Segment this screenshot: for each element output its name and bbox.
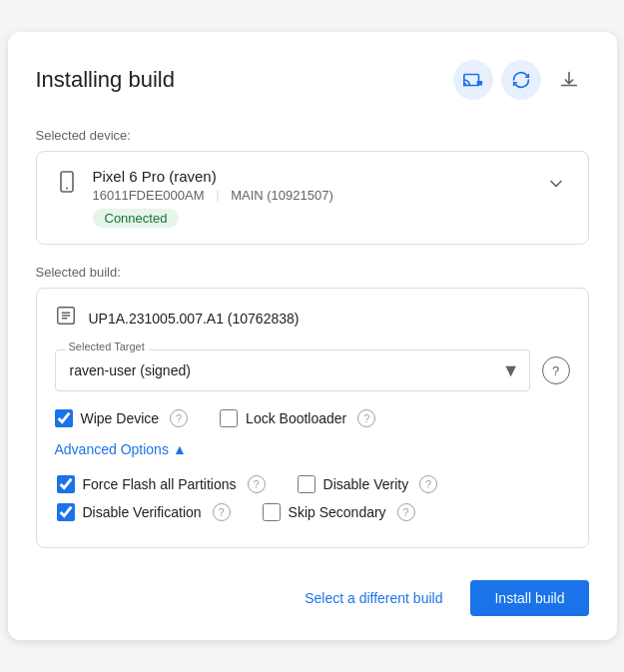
force-flash-item[interactable]: Force Flash all Partitions ? bbox=[57, 475, 266, 493]
skip-secondary-item[interactable]: Skip Secondary ? bbox=[263, 503, 415, 521]
disable-verity-item[interactable]: Disable Verity ? bbox=[298, 475, 438, 493]
disable-verity-help-icon[interactable]: ? bbox=[419, 475, 437, 493]
disable-verification-item[interactable]: Disable Verification ? bbox=[57, 503, 231, 521]
device-section-label: Selected device: bbox=[36, 128, 589, 143]
phone-icon bbox=[55, 170, 79, 200]
svg-point-1 bbox=[462, 84, 464, 86]
force-flash-label: Force Flash all Partitions bbox=[83, 476, 237, 492]
force-flash-help-icon[interactable]: ? bbox=[248, 475, 266, 493]
force-flash-checkbox[interactable] bbox=[57, 475, 75, 493]
advanced-toggle-icon: ▲ bbox=[173, 441, 187, 457]
wipe-device-help-icon[interactable]: ? bbox=[170, 409, 188, 427]
target-select[interactable]: raven-user (signed) raven-userdebug rave… bbox=[55, 349, 530, 391]
cast-icon bbox=[462, 69, 484, 91]
main-card: Installing build bbox=[8, 32, 617, 640]
select-different-build-button[interactable]: Select a different build bbox=[289, 580, 458, 616]
advanced-options-label: Advanced Options bbox=[55, 441, 169, 457]
advanced-options-toggle[interactable]: Advanced Options ▲ bbox=[55, 437, 187, 461]
chevron-down-icon bbox=[546, 174, 566, 194]
skip-secondary-help-icon[interactable]: ? bbox=[397, 503, 415, 521]
build-card: UP1A.231005.007.A1 (10762838) Selected T… bbox=[36, 288, 589, 548]
wipe-device-checkbox[interactable] bbox=[55, 409, 73, 427]
disable-verity-label: Disable Verity bbox=[323, 476, 409, 492]
target-row: Selected Target raven-user (signed) rave… bbox=[55, 349, 570, 391]
target-select-label: Selected Target bbox=[65, 340, 149, 352]
sync-button[interactable] bbox=[501, 60, 541, 100]
lock-bootloader-help-icon[interactable]: ? bbox=[357, 409, 375, 427]
target-help-icon[interactable]: ? bbox=[542, 356, 570, 384]
cast-button[interactable] bbox=[453, 60, 493, 100]
main-options-row: Wipe Device ? Lock Bootloader ? bbox=[55, 409, 570, 427]
disable-verification-help-icon[interactable]: ? bbox=[213, 503, 231, 521]
build-row: UP1A.231005.007.A1 (10762838) bbox=[55, 305, 570, 332]
device-info: Pixel 6 Pro (raven) 16011FDEE000AM | MAI… bbox=[55, 168, 333, 228]
svg-point-4 bbox=[66, 188, 68, 190]
download-icon bbox=[558, 69, 580, 91]
lock-bootloader-item[interactable]: Lock Bootloader ? bbox=[220, 409, 375, 427]
advanced-row-1: Force Flash all Partitions ? Disable Ver… bbox=[57, 475, 570, 493]
header-icons bbox=[453, 60, 589, 100]
skip-secondary-checkbox[interactable] bbox=[263, 503, 281, 521]
header: Installing build bbox=[36, 60, 589, 100]
svg-rect-2 bbox=[476, 81, 482, 86]
target-select-wrapper: Selected Target raven-user (signed) rave… bbox=[55, 349, 530, 391]
device-meta: 16011FDEE000AM | MAIN (10921507) bbox=[93, 188, 333, 203]
advanced-options-panel: Force Flash all Partitions ? Disable Ver… bbox=[55, 475, 570, 521]
disable-verification-checkbox[interactable] bbox=[57, 503, 75, 521]
install-build-button[interactable]: Install build bbox=[470, 580, 588, 616]
device-name: Pixel 6 Pro (raven) bbox=[93, 168, 333, 185]
disable-verity-checkbox[interactable] bbox=[298, 475, 315, 493]
wipe-device-item[interactable]: Wipe Device ? bbox=[55, 409, 189, 427]
skip-secondary-label: Skip Secondary bbox=[289, 504, 386, 520]
wipe-device-label: Wipe Device bbox=[81, 410, 160, 426]
build-name: UP1A.231005.007.A1 (10762838) bbox=[89, 311, 300, 327]
disable-verification-label: Disable Verification bbox=[83, 504, 202, 520]
lock-bootloader-checkbox[interactable] bbox=[220, 409, 238, 427]
build-section-label: Selected build: bbox=[36, 265, 589, 280]
device-details: Pixel 6 Pro (raven) 16011FDEE000AM | MAI… bbox=[93, 168, 333, 228]
device-row: Pixel 6 Pro (raven) 16011FDEE000AM | MAI… bbox=[55, 168, 570, 228]
download-button[interactable] bbox=[549, 60, 589, 100]
sync-icon bbox=[510, 69, 532, 91]
device-expand-button[interactable] bbox=[542, 170, 570, 203]
build-icon bbox=[55, 305, 77, 332]
connected-badge: Connected bbox=[93, 209, 180, 228]
page-title: Installing build bbox=[36, 67, 175, 93]
lock-bootloader-label: Lock Bootloader bbox=[246, 410, 346, 426]
device-card: Pixel 6 Pro (raven) 16011FDEE000AM | MAI… bbox=[36, 151, 589, 245]
advanced-row-2: Disable Verification ? Skip Secondary ? bbox=[57, 503, 570, 521]
footer: Select a different build Install build bbox=[36, 568, 589, 616]
